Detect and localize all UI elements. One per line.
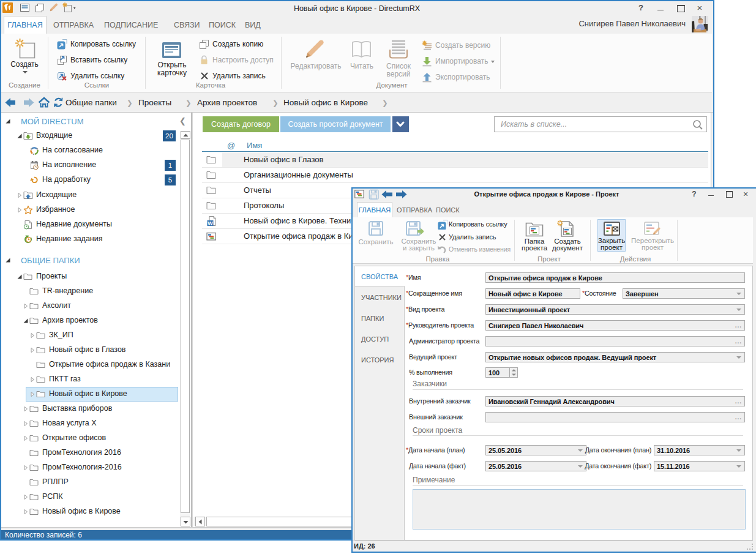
svg-text:W: W: [208, 220, 213, 226]
